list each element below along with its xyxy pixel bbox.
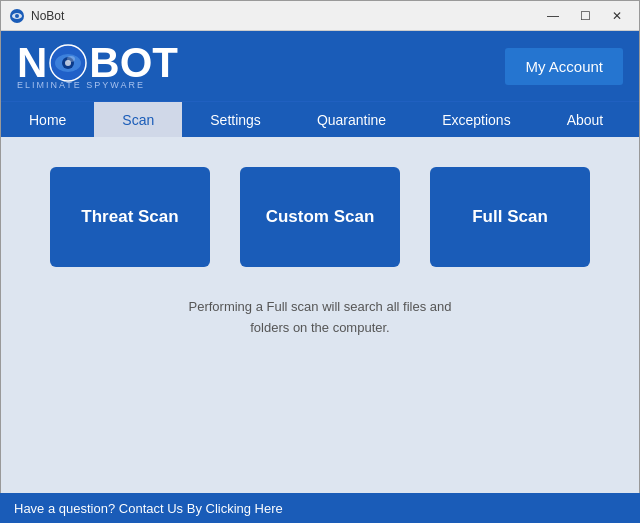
- title-bar-controls: — ☐ ✕: [539, 6, 631, 26]
- svg-point-7: [67, 56, 75, 62]
- contact-label: Have a question? Contact Us By Clicking …: [14, 501, 283, 516]
- tab-quarantine[interactable]: Quarantine: [289, 102, 414, 137]
- logo-main-row: N BOT: [17, 42, 178, 84]
- title-bar: NoBot — ☐ ✕: [1, 1, 639, 31]
- logo-eye-icon: [49, 44, 87, 82]
- scan-buttons: Threat Scan Custom Scan Full Scan: [50, 167, 590, 267]
- logo: N BOT ELIMINATE SPYWARE: [17, 42, 178, 90]
- threat-scan-button[interactable]: Threat Scan: [50, 167, 210, 267]
- logo-text: N BOT ELIMINATE SPYWARE: [17, 42, 178, 90]
- scan-description: Performing a Full scan will search all f…: [170, 297, 470, 339]
- app-header: N BOT ELIMINATE SPYWARE My Account: [1, 31, 639, 101]
- close-button[interactable]: ✕: [603, 6, 631, 26]
- footer-contact[interactable]: Have a question? Contact Us By Clicking …: [0, 493, 640, 523]
- tab-home[interactable]: Home: [1, 102, 94, 137]
- custom-scan-button[interactable]: Custom Scan: [240, 167, 400, 267]
- tab-exceptions[interactable]: Exceptions: [414, 102, 538, 137]
- maximize-button[interactable]: ☐: [571, 6, 599, 26]
- tab-about[interactable]: About: [539, 102, 632, 137]
- logo-bot: BOT: [89, 42, 178, 84]
- window-title: NoBot: [31, 9, 64, 23]
- svg-point-2: [15, 14, 19, 18]
- nav-tabs: Home Scan Settings Quarantine Exceptions…: [1, 101, 639, 137]
- tab-settings[interactable]: Settings: [182, 102, 289, 137]
- title-bar-left: NoBot: [9, 8, 64, 24]
- tab-scan[interactable]: Scan: [94, 102, 182, 137]
- minimize-button[interactable]: —: [539, 6, 567, 26]
- my-account-button[interactable]: My Account: [505, 48, 623, 85]
- logo-subtitle: ELIMINATE SPYWARE: [17, 80, 178, 90]
- full-scan-button[interactable]: Full Scan: [430, 167, 590, 267]
- app-icon: [9, 8, 25, 24]
- logo-n: N: [17, 42, 47, 84]
- main-content: Threat Scan Custom Scan Full Scan Perfor…: [1, 137, 639, 494]
